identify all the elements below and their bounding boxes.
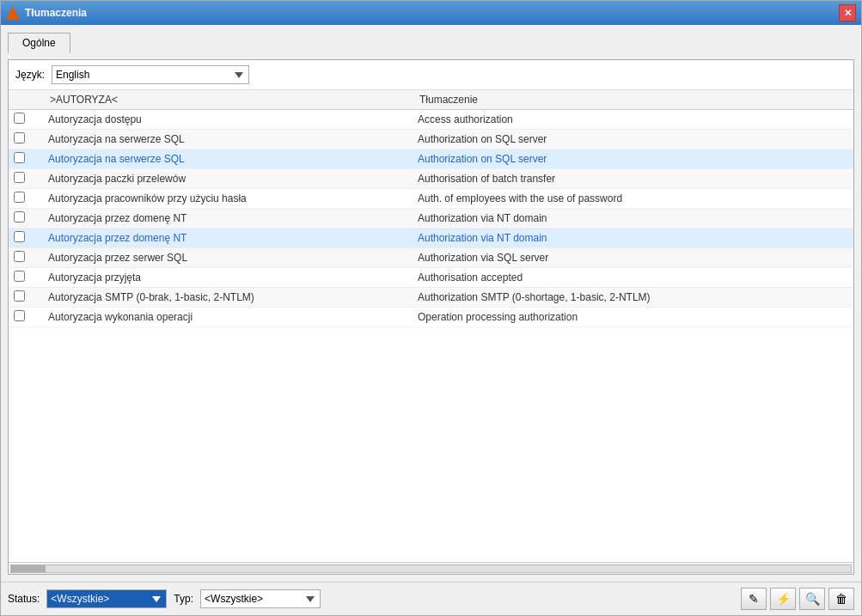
scroll-thumb[interactable]	[11, 565, 46, 572]
table-row: Autoryzacja przez domenę NTAuthorization…	[9, 229, 853, 248]
table-row: Autoryzacja na serwerze SQLAuthorization…	[9, 130, 853, 149]
row-translation: Authorisation of batch transfer	[413, 169, 853, 189]
edit-icon: ✎	[749, 592, 759, 606]
row-checkbox[interactable]	[14, 231, 25, 242]
type-label: Typ:	[174, 593, 193, 605]
row-translation: Authorisation accepted	[413, 268, 853, 288]
row-source: Autoryzacja dostępu	[43, 110, 413, 130]
title-bar: Tłumaczenia ✕	[1, 1, 861, 25]
app-icon	[6, 6, 20, 20]
row-translation: Authorization via NT domain	[413, 229, 853, 248]
language-select[interactable]: English Polish German French	[52, 65, 249, 84]
table-row: Autoryzacja przez serwer SQLAuthorizatio…	[9, 248, 853, 268]
row-source: Autoryzacja SMTP (0-brak, 1-basic, 2-NTL…	[43, 288, 413, 308]
tab-ogolne[interactable]: Ogólne	[8, 33, 70, 53]
translations-table: >AUTORYZA< Tłumaczenie Autoryzacja dostę…	[9, 90, 853, 327]
close-button[interactable]: ✕	[839, 4, 856, 21]
refresh-icon: ⚡	[776, 592, 791, 606]
col-translation: Tłumaczenie	[413, 90, 853, 110]
scroll-track[interactable]	[10, 564, 852, 573]
language-row: Język: English Polish German French	[9, 60, 853, 90]
main-window: Tłumaczenia ✕ Ogólne Język: English Poli…	[0, 0, 862, 616]
search-icon: 🔍	[805, 592, 820, 606]
table-row: Autoryzacja dostępuAccess authorization	[9, 110, 853, 130]
table-row: Autoryzacja na serwerze SQLAuthorization…	[9, 149, 853, 169]
row-checkbox[interactable]	[14, 113, 25, 124]
table-row: Autoryzacja paczki przelewówAuthorisatio…	[9, 169, 853, 189]
row-checkbox[interactable]	[14, 152, 25, 163]
main-panel: Język: English Polish German French >AUT…	[8, 59, 854, 575]
row-translation: Authorization via NT domain	[413, 209, 853, 229]
row-translation: Authorization on SQL server	[413, 130, 853, 149]
row-checkbox[interactable]	[14, 251, 25, 262]
window-title: Tłumaczenia	[25, 7, 87, 19]
status-label: Status:	[8, 593, 40, 605]
row-checkbox-cell	[9, 149, 43, 169]
table-row: Autoryzacja SMTP (0-brak, 1-basic, 2-NTL…	[9, 288, 853, 308]
row-checkbox-cell	[9, 288, 43, 308]
title-bar-left: Tłumaczenia	[6, 6, 87, 20]
row-source: Autoryzacja na serwerze SQL	[43, 130, 413, 149]
row-checkbox[interactable]	[14, 172, 25, 183]
row-translation: Authorization SMTP (0-shortage, 1-basic,…	[413, 288, 853, 308]
edit-button[interactable]: ✎	[741, 588, 767, 610]
row-checkbox[interactable]	[14, 290, 25, 302]
row-checkbox-cell	[9, 268, 43, 288]
delete-icon: 🗑	[835, 592, 847, 606]
type-select[interactable]: <Wszystkie>	[200, 589, 321, 608]
row-source[interactable]: Autoryzacja na serwerze SQL	[43, 149, 413, 169]
row-translation: Authorization on SQL server	[413, 149, 853, 169]
row-checkbox[interactable]	[14, 211, 25, 223]
row-checkbox-cell	[9, 248, 43, 268]
row-source: Autoryzacja przez domenę NT	[43, 209, 413, 229]
tab-bar: Ogólne	[8, 32, 854, 52]
search-button[interactable]: 🔍	[799, 588, 825, 610]
row-source[interactable]: Autoryzacja przez domenę NT	[43, 229, 413, 248]
row-checkbox-cell	[9, 110, 43, 130]
row-checkbox[interactable]	[14, 192, 25, 203]
row-source: Autoryzacja przez serwer SQL	[43, 248, 413, 268]
row-source: Autoryzacja wykonania operacji	[43, 308, 413, 327]
row-checkbox-cell	[9, 189, 43, 209]
title-bar-right: ✕	[839, 4, 856, 21]
row-source: Autoryzacja przyjęta	[43, 268, 413, 288]
col-source: >AUTORYZA<	[43, 90, 413, 110]
row-checkbox-cell	[9, 229, 43, 248]
row-checkbox-cell	[9, 130, 43, 149]
table-row: Autoryzacja przyjętaAuthorisation accept…	[9, 268, 853, 288]
row-translation: Authorization via SQL server	[413, 248, 853, 268]
table-row: Autoryzacja pracowników przy użyciu hasł…	[9, 189, 853, 209]
row-translation: Access authorization	[413, 110, 853, 130]
row-checkbox-cell	[9, 209, 43, 229]
delete-button[interactable]: 🗑	[828, 588, 854, 610]
row-source: Autoryzacja paczki przelewów	[43, 169, 413, 189]
bottom-bar: Status: <Wszystkie> Typ: <Wszystkie> ✎ ⚡…	[1, 582, 861, 615]
refresh-button[interactable]: ⚡	[770, 588, 796, 610]
status-select[interactable]: <Wszystkie>	[46, 589, 167, 608]
table-row: Autoryzacja przez domenę NTAuthorization…	[9, 209, 853, 229]
window-content: Ogólne Język: English Polish German Fren…	[1, 25, 861, 582]
row-checkbox[interactable]	[14, 132, 25, 143]
row-checkbox[interactable]	[14, 310, 25, 321]
action-buttons: ✎ ⚡ 🔍 🗑	[741, 588, 854, 610]
language-label: Język:	[15, 69, 45, 81]
table-area[interactable]: >AUTORYZA< Tłumaczenie Autoryzacja dostę…	[9, 90, 853, 562]
col-checkbox	[9, 90, 43, 110]
row-checkbox[interactable]	[14, 271, 25, 282]
row-source: Autoryzacja pracowników przy użyciu hasł…	[43, 189, 413, 209]
table-row: Autoryzacja wykonania operacjiOperation …	[9, 308, 853, 327]
horizontal-scrollbar[interactable]	[9, 562, 853, 574]
row-checkbox-cell	[9, 308, 43, 327]
row-checkbox-cell	[9, 169, 43, 189]
table-header-row: >AUTORYZA< Tłumaczenie	[9, 90, 853, 110]
row-translation: Auth. of employees with the use of passw…	[413, 189, 853, 209]
row-translation: Operation processing authorization	[413, 308, 853, 327]
